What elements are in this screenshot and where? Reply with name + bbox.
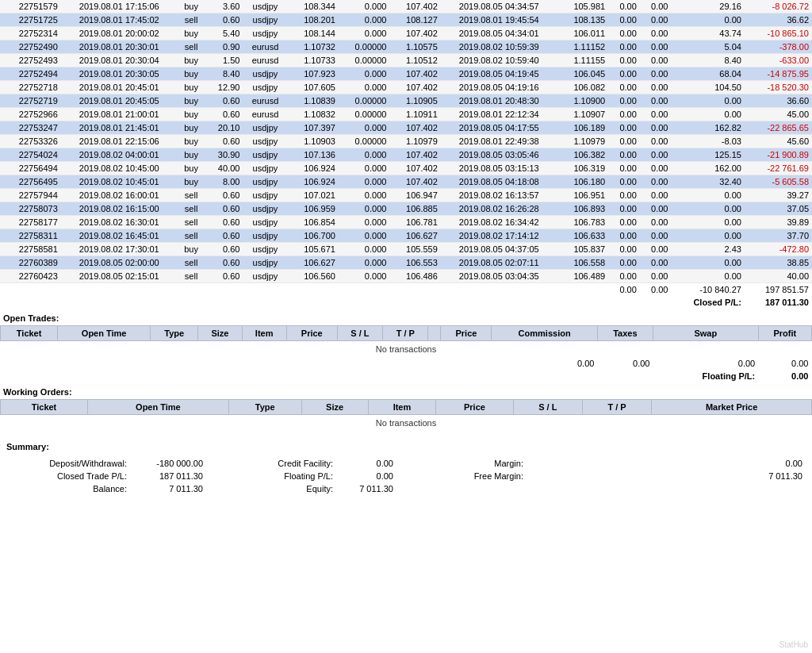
col-tp: T / P xyxy=(383,326,428,341)
total-profit: 197 851.57 xyxy=(745,283,812,297)
trade-row: 22752314 2019.08.01 20:00:02 buy 5.40 us… xyxy=(0,27,812,40)
wo-col-item: Item xyxy=(368,400,436,415)
total-swap: -10 840.27 xyxy=(671,283,744,297)
floating-sum-label: Floating P/L: xyxy=(209,470,336,482)
wo-col-type: Type xyxy=(228,400,301,415)
closed-pl-sum-value: 187 011.30 xyxy=(130,470,209,482)
margin-label: Margin: xyxy=(400,457,527,470)
trade-row: 22758177 2019.08.02 16:30:01 sell 0.60 u… xyxy=(0,216,812,229)
closed-pl-row: Closed P/L: 187 011.30 xyxy=(0,296,812,309)
col-swap: Swap xyxy=(653,326,758,341)
col-sl: S / L xyxy=(337,326,382,341)
trade-row: 22756494 2019.08.02 10:45:00 buy 40.00 u… xyxy=(0,162,812,175)
col-size: Size xyxy=(198,326,242,341)
col-ticket: Ticket xyxy=(1,326,58,341)
equity-label: Equity: xyxy=(209,482,336,495)
free-margin-value: 7 011.30 xyxy=(527,470,809,482)
credit-value: 0.00 xyxy=(336,457,400,470)
closed-trades-table: 22751579 2019.08.01 17:15:06 buy 3.60 us… xyxy=(0,0,812,309)
margin-value: 0.00 xyxy=(527,457,809,470)
trade-row: 22752719 2019.08.01 20:45:05 buy 0.60 eu… xyxy=(0,94,812,108)
credit-label: Credit Facility: xyxy=(209,457,336,470)
working-orders-table: Ticket Open Time Type Size Item Price S … xyxy=(0,399,812,431)
summary-row-1: Deposit/Withdrawal: -180 000.00 Credit F… xyxy=(3,457,809,470)
working-orders-no-transactions: No transactions xyxy=(1,415,812,432)
trade-row: 22754024 2019.08.02 04:00:01 buy 30.90 u… xyxy=(0,148,812,162)
wo-col-open-time: Open Time xyxy=(87,400,228,415)
closed-pl-sum-label: Closed Trade P/L: xyxy=(3,470,130,482)
trade-row: 22751725 2019.08.01 17:45:02 sell 0.60 u… xyxy=(0,13,812,27)
total-commission: 0.00 xyxy=(608,283,640,297)
wo-col-tp: T / P xyxy=(582,400,651,415)
open-trades-label: Open Trades: xyxy=(0,309,812,325)
balance-value: 7 011.30 xyxy=(130,482,209,495)
col-empty xyxy=(428,326,441,341)
wo-col-price: Price xyxy=(436,400,513,415)
trade-row: 22753247 2019.08.01 21:45:01 buy 20.10 u… xyxy=(0,121,812,135)
working-orders-header: Ticket Open Time Type Size Item Price S … xyxy=(1,400,812,415)
wo-col-sl: S / L xyxy=(513,400,582,415)
col-profit: Profit xyxy=(758,326,811,341)
trade-row: 22758311 2019.08.02 16:45:01 sell 0.60 u… xyxy=(0,229,812,243)
trade-row: 22752493 2019.08.01 20:30:04 buy 1.50 eu… xyxy=(0,54,812,67)
wo-col-ticket: Ticket xyxy=(1,400,88,415)
balance-label: Balance: xyxy=(3,482,130,495)
open-trades-totals: 0.00 0.00 0.00 0.00 xyxy=(1,357,812,370)
floating-sum-value: 0.00 xyxy=(336,470,400,482)
deposit-label: Deposit/Withdrawal: xyxy=(3,457,130,470)
equity-value: 7 011.30 xyxy=(336,482,400,495)
trade-row: 22756495 2019.08.02 10:45:01 buy 8.00 us… xyxy=(0,175,812,189)
summary-section: Summary: Deposit/Withdrawal: -180 000.00… xyxy=(0,431,812,501)
col-price: Price xyxy=(286,326,337,341)
summary-table: Deposit/Withdrawal: -180 000.00 Credit F… xyxy=(3,457,809,495)
open-trades-header: Ticket Open Time Type Size Item Price S … xyxy=(1,326,812,341)
trade-row: 22758581 2019.08.02 17:30:01 buy 0.60 us… xyxy=(0,243,812,256)
col-price2: Price xyxy=(441,326,492,341)
col-taxes: Taxes xyxy=(597,326,653,341)
wo-col-size: Size xyxy=(301,400,368,415)
totals-row: 0.00 0.00 -10 840.27 197 851.57 xyxy=(0,283,812,297)
open-swap: 0.00 xyxy=(653,357,758,370)
trade-row: 22751579 2019.08.01 17:15:06 buy 3.60 us… xyxy=(0,0,812,13)
open-trades-no-transactions: No transactions xyxy=(1,341,812,358)
col-item: Item xyxy=(242,326,286,341)
trade-row: 22760389 2019.08.05 02:00:00 sell 0.60 u… xyxy=(0,256,812,270)
trade-row: 22758073 2019.08.02 16:15:00 sell 0.60 u… xyxy=(0,202,812,216)
trade-row: 22752718 2019.08.01 20:45:01 buy 12.90 u… xyxy=(0,81,812,94)
open-commission: 0.00 xyxy=(492,357,598,370)
summary-row-2: Closed Trade P/L: 187 011.30 Floating P/… xyxy=(3,470,809,482)
open-taxes: 0.00 xyxy=(597,357,653,370)
working-orders-label: Working Orders: xyxy=(0,382,812,399)
trade-row: 22752490 2019.08.01 20:30:01 sell 0.90 e… xyxy=(0,40,812,54)
trade-row: 22757944 2019.08.02 16:00:01 sell 0.60 u… xyxy=(0,189,812,202)
summary-row-3: Balance: 7 011.30 Equity: 7 011.30 xyxy=(3,482,809,495)
deposit-value: -180 000.00 xyxy=(130,457,209,470)
free-margin-label: Free Margin: xyxy=(400,470,527,482)
total-taxes: 0.00 xyxy=(640,283,672,297)
trade-row: 22753326 2019.08.01 22:15:06 buy 0.60 us… xyxy=(0,135,812,148)
col-commission: Commission xyxy=(492,326,598,341)
open-profit: 0.00 xyxy=(758,357,811,370)
trade-row: 22760423 2019.08.05 02:15:01 sell 0.60 u… xyxy=(0,270,812,283)
col-type: Type xyxy=(151,326,198,341)
summary-label: Summary: xyxy=(3,437,809,454)
trade-row: 22752966 2019.08.01 21:00:01 buy 0.60 eu… xyxy=(0,108,812,121)
wo-col-market-price: Market Price xyxy=(652,400,812,415)
floating-pl-row: Floating P/L: 0.00 xyxy=(1,370,812,382)
trade-row: 22752494 2019.08.01 20:30:05 buy 8.40 us… xyxy=(0,67,812,81)
open-trades-table: Ticket Open Time Type Size Item Price S … xyxy=(0,325,812,382)
col-open-time: Open Time xyxy=(58,326,151,341)
